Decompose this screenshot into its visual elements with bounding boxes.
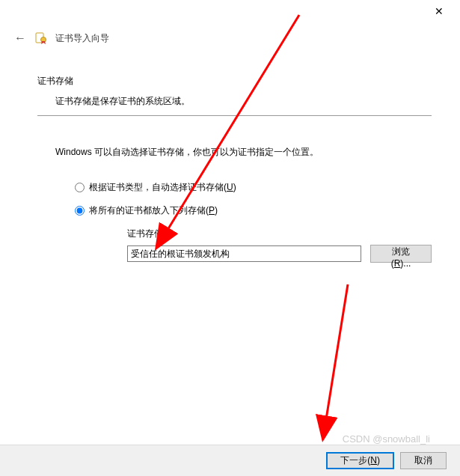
section-title: 证书存储 <box>37 75 432 88</box>
close-button[interactable]: ✕ <box>424 1 454 22</box>
back-button[interactable]: ← <box>13 31 27 45</box>
back-arrow-icon: ← <box>14 31 26 45</box>
radio-group: 根据证书类型，自动选择证书存储(U) 将所有的证书都放入下列存储(P) 证书存储… <box>75 181 432 263</box>
radio-manual-input[interactable] <box>75 206 85 216</box>
close-icon: ✕ <box>435 5 444 17</box>
wizard-content: 证书存储 证书存储是保存证书的系统区域。 Windows 可以自动选择证书存储，… <box>0 52 460 263</box>
browse-button[interactable]: 浏览(R)... <box>370 245 432 263</box>
cancel-button[interactable]: 取消 <box>400 452 447 469</box>
wizard-header: ← 证书导入向导 <box>0 22 460 52</box>
certificate-store-input[interactable] <box>127 245 361 262</box>
wizard-title: 证书导入向导 <box>55 32 109 45</box>
radio-auto-input[interactable] <box>75 183 85 192</box>
store-label: 证书存储: <box>127 228 432 240</box>
radio-manual-select[interactable]: 将所有的证书都放入下列存储(P) <box>75 204 432 217</box>
watermark: CSDN @snowball_li <box>343 433 430 445</box>
section-description: 证书存储是保存证书的系统区域。 <box>55 95 432 108</box>
wizard-footer: 下一步(N) 取消 <box>0 445 460 476</box>
radio-manual-label: 将所有的证书都放入下列存储(P) <box>89 204 218 217</box>
divider <box>37 115 432 116</box>
title-bar: ✕ <box>0 0 460 22</box>
store-block: 证书存储: 浏览(R)... <box>127 228 432 263</box>
certificate-icon <box>34 31 48 45</box>
next-button[interactable]: 下一步(N) <box>326 452 394 469</box>
radio-auto-label: 根据证书类型，自动选择证书存储(U) <box>89 181 236 194</box>
instruction-text: Windows 可以自动选择证书存储，你也可以为证书指定一个位置。 <box>55 146 432 159</box>
svg-line-4 <box>323 284 348 438</box>
store-row: 浏览(R)... <box>127 245 432 263</box>
radio-auto-select[interactable]: 根据证书类型，自动选择证书存储(U) <box>75 181 432 194</box>
